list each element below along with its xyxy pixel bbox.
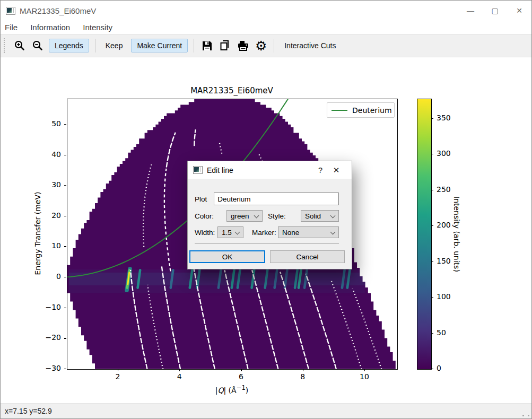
plot-name-input[interactable]: Deuterium	[214, 193, 339, 205]
y-tick-mark	[64, 369, 66, 369]
y-tick-label: 50	[38, 119, 61, 128]
toolbar-separator	[95, 39, 95, 53]
y-tick-mark	[64, 216, 66, 216]
x-tick-mark	[303, 369, 303, 371]
colorbar	[417, 99, 432, 370]
cancel-button[interactable]: Cancel	[270, 250, 345, 263]
resize-grip[interactable]	[528, 415, 529, 416]
colorbar-tick-label: 350	[437, 114, 451, 122]
settings-gear-icon[interactable]: ⚙	[252, 37, 270, 55]
colorbar-tick-label: 100	[437, 292, 451, 301]
copy-icon[interactable]	[216, 37, 234, 55]
toolbar: Legends Keep Make Current ⚙ Interactive …	[1, 34, 531, 57]
x-tick-label: 4	[171, 372, 187, 381]
width-dropdown[interactable]: 1.5	[217, 226, 243, 238]
plot-legend[interactable]: Deuterium	[327, 102, 395, 118]
toolbar-separator	[194, 39, 194, 53]
chevron-down-icon	[330, 230, 336, 235]
plot-title: MAR21335_Ei60meV	[67, 86, 397, 95]
colorbar-tick-label: 150	[437, 257, 451, 265]
interactive-cuts-button[interactable]: Interactive Cuts	[280, 39, 340, 52]
y-tick-mark	[64, 277, 66, 277]
y-tick-mark	[64, 155, 66, 155]
legend-line-sample	[332, 110, 347, 111]
print-icon[interactable]	[234, 37, 252, 55]
legend-label: Deuterium	[352, 106, 392, 115]
color-dropdown[interactable]: green	[226, 210, 263, 222]
x-tick-label: 6	[233, 372, 249, 381]
x-tick-mark	[118, 369, 118, 371]
menu-information[interactable]: Information	[24, 23, 76, 32]
color-label: Color:	[195, 212, 226, 220]
x-tick-mark	[179, 369, 180, 371]
x-tick-label: 2	[110, 372, 126, 381]
y-tick-label: −10	[38, 303, 61, 311]
y-tick-label: 30	[38, 180, 61, 189]
app-icon	[6, 7, 15, 15]
y-axis-label: Energy Transfer (meV)	[33, 192, 42, 275]
y-tick-label: 40	[38, 150, 61, 159]
x-tick-label: 10	[356, 372, 372, 381]
menu-bar: File Information Intensity	[1, 21, 531, 34]
menu-file[interactable]: File	[1, 23, 24, 32]
close-button[interactable]: ✕	[507, 1, 531, 21]
chevron-down-icon	[235, 230, 240, 235]
app-window: MAR21335_Ei60meV — ▢ ✕ File Information …	[0, 0, 532, 419]
dialog-title: Edit line	[207, 166, 233, 174]
minimize-button[interactable]: —	[458, 1, 483, 21]
dialog-icon	[193, 166, 203, 174]
chevron-down-icon	[254, 213, 259, 219]
x-axis-label: |Q| (Å−1)	[67, 384, 397, 395]
chevron-down-icon	[330, 213, 336, 219]
zoom-in-icon[interactable]	[11, 37, 29, 55]
edit-line-dialog: Edit line ? ✕ Plot Deuterium Color: gree…	[187, 161, 352, 269]
colorbar-tick-label: 250	[437, 185, 451, 194]
x-tick-label: 8	[295, 372, 311, 381]
marker-dropdown[interactable]: None	[278, 226, 339, 238]
y-tick-label: −20	[38, 333, 61, 342]
x-tick-mark	[241, 369, 241, 371]
x-tick-mark	[364, 369, 365, 371]
title-bar: MAR21335_Ei60meV — ▢ ✕	[1, 1, 531, 21]
colorbar-tick-label: 300	[437, 149, 451, 158]
keep-button[interactable]: Keep	[101, 39, 127, 52]
y-tick-mark	[64, 338, 66, 338]
dialog-title-bar: Edit line ? ✕	[188, 161, 352, 179]
zoom-out-icon[interactable]	[29, 37, 47, 55]
colorbar-tick-label: 0	[437, 364, 441, 372]
dialog-help-button[interactable]: ?	[312, 165, 328, 174]
colorbar-tick-label: 200	[437, 221, 451, 229]
ok-button[interactable]: OK	[189, 250, 265, 263]
style-label: Style:	[268, 212, 301, 220]
toolbar-separator	[274, 39, 274, 53]
y-tick-mark	[64, 124, 66, 125]
plot-field-label: Plot	[195, 195, 207, 203]
y-tick-mark	[64, 308, 66, 308]
toolbar-drag-handle[interactable]	[4, 38, 6, 53]
maximize-button[interactable]: ▢	[483, 1, 507, 21]
width-label: Width:	[195, 229, 217, 237]
cursor-position-readout: x=7.15 y=52.9	[5, 407, 52, 415]
dialog-close-button[interactable]: ✕	[328, 165, 344, 175]
y-tick-mark	[64, 246, 66, 247]
marker-label: Marker:	[252, 229, 278, 237]
make-current-button[interactable]: Make Current	[131, 39, 188, 53]
colorbar-tick-label: 50	[437, 328, 446, 337]
legends-button[interactable]: Legends	[49, 39, 89, 53]
save-icon[interactable]	[198, 37, 216, 55]
colorbar-label: Intensity (arb. units)	[452, 196, 461, 272]
elastic-line-band	[69, 269, 365, 293]
status-bar: x=7.15 y=52.9	[1, 403, 531, 418]
style-dropdown[interactable]: Solid	[301, 210, 339, 222]
menu-intensity[interactable]: Intensity	[76, 23, 119, 32]
y-tick-label: −30	[38, 364, 61, 372]
window-title: MAR21335_Ei60meV	[20, 6, 96, 15]
dialog-separator	[195, 243, 339, 244]
figure-area: MAR21335_Ei60meV 246810−30−20−1001020304…	[1, 57, 531, 406]
y-tick-mark	[64, 185, 66, 186]
